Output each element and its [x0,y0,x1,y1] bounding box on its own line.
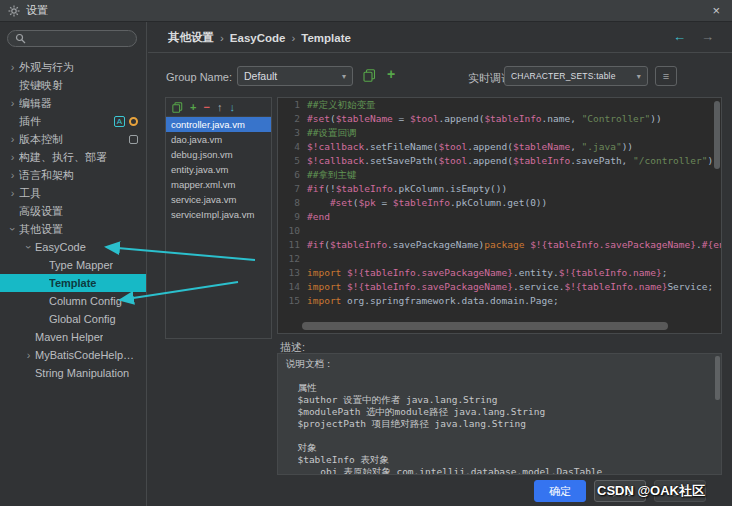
close-icon[interactable]: × [712,3,720,18]
search-icon [15,30,26,48]
code-line[interactable]: 8 #set($pk = $tableInfo.pkColumn.get(0)) [278,196,721,210]
chevron-down-icon: ▾ [342,72,346,81]
editor-vertical-scrollbar[interactable] [714,101,720,169]
code-line[interactable]: 10 [278,224,721,238]
move-down-icon[interactable]: ↓ [229,102,235,113]
description-line: $author 设置中的作者 java.lang.String [286,394,721,406]
code-line[interactable]: 3##设置回调 [278,126,721,140]
debug-console-button[interactable]: ≡ [655,66,677,86]
sidebar-item-column-config[interactable]: Column Config [0,292,146,310]
sidebar-item-other-settings[interactable]: ›其他设置 [0,220,146,238]
copy-template-icon[interactable] [172,102,183,113]
description-scrollbar[interactable] [715,356,720,400]
breadcrumb-part[interactable]: 其他设置 [168,30,214,45]
chevron-right-icon[interactable]: › [6,61,19,73]
line-number: 1 [278,98,307,112]
copy-group-icon[interactable] [363,69,376,82]
group-name-label: Group Name: [166,71,232,83]
move-up-icon[interactable]: ↑ [217,102,223,113]
template-file-item[interactable]: mapper.xml.vm [166,177,271,192]
sidebar-item-languages-frameworks[interactable]: ›语言和架构 [0,166,146,184]
chevron-right-icon[interactable]: › [6,187,19,199]
sidebar-item-plugins[interactable]: 插件A [0,112,146,130]
sidebar-item-global-config[interactable]: Global Config [0,310,146,328]
line-number: 9 [278,210,307,224]
chevron-right-icon[interactable]: › [22,349,35,361]
template-file-item[interactable]: entity.java.vm [166,162,271,177]
search-input[interactable] [7,30,137,47]
code-line[interactable]: 2#set($tableName = $tool.append($tableIn… [278,112,721,126]
add-group-icon[interactable]: + [387,66,395,82]
template-file-item[interactable]: controller.java.vm [166,117,271,132]
sidebar-item-maven-helper[interactable]: Maven Helper [0,328,146,346]
description-line: 属性 [286,382,721,394]
debug-table-select[interactable]: CHARACTER_SETS:table ▾ [504,66,648,86]
editor-horizontal-scrollbar[interactable] [302,322,668,330]
code-line[interactable]: 1##定义初始变量 [278,98,721,112]
code-line[interactable]: 11#if($tableInfo.savePackageName)package… [278,238,721,252]
code-line[interactable]: 9#end [278,210,721,224]
code-text: ##定义初始变量 [307,98,375,112]
sidebar-item-template[interactable]: Template [0,274,146,292]
code-line[interactable]: 7#if(!$tableInfo.pkColumn.isEmpty()) [278,182,721,196]
sidebar-item-tools[interactable]: ›工具 [0,184,146,202]
group-name-select[interactable]: Default ▾ [237,66,353,86]
sidebar-item-label: Type Mapper [49,259,113,271]
line-number: 5 [278,154,307,168]
breadcrumb-part[interactable]: EasyCode [230,32,286,44]
sidebar-item-mybatiscodehelperpro[interactable]: ›MyBatisCodeHelperPro [0,346,146,364]
sidebar-item-advanced-settings[interactable]: 高级设置 [0,202,146,220]
breadcrumb-separator: › [220,32,224,44]
ok-button[interactable]: 确定 [534,480,586,502]
chevron-right-icon[interactable]: › [6,151,19,163]
chevron-down-icon[interactable]: › [7,223,19,236]
chevron-right-icon[interactable]: › [6,97,19,109]
code-line[interactable]: 14import $!{tableInfo.savePackageName}.s… [278,280,721,294]
sidebar-item-appearance-behavior[interactable]: ›外观与行为 [0,58,146,76]
line-number: 8 [278,196,307,210]
code-line[interactable]: 6##拿到主键 [278,168,721,182]
sidebar-item-keymap[interactable]: 按键映射 [0,76,146,94]
sidebar-item-label: 编辑器 [19,96,52,111]
code-line[interactable]: 15import org.springframework.data.domain… [278,294,721,308]
sidebar-item-editor[interactable]: ›编辑器 [0,94,146,112]
sidebar-item-version-control[interactable]: ›版本控制 [0,130,146,148]
chevron-down-icon[interactable]: › [23,241,35,254]
sidebar-item-label: 工具 [19,186,41,201]
sidebar-item-easycode[interactable]: ›EasyCode [0,238,146,256]
breadcrumb-part[interactable]: Template [301,32,351,44]
chevron-right-icon[interactable]: › [6,169,19,181]
description-line: 对象 [286,442,721,454]
template-file-item[interactable]: dao.java.vm [166,132,271,147]
code-line[interactable]: 13import $!{tableInfo.savePackageName}.e… [278,266,721,280]
code-line[interactable]: 5$!callback.setSavePath($tool.append($ta… [278,154,721,168]
sidebar-item-build-execution-deployment[interactable]: ›构建、执行、部署 [0,148,146,166]
breadcrumb-separator: › [291,32,295,44]
sidebar-item-label: 版本控制 [19,132,63,147]
description-line: $tableInfo 表对象 [286,454,721,466]
back-icon[interactable]: ← [673,29,686,44]
settings-dialog: 设置 × ›外观与行为按键映射›编辑器插件A›版本控制›构建、执行、部署›语言和… [0,0,732,506]
description-line [286,430,721,442]
template-file-item[interactable]: service.java.vm [166,192,271,207]
code-line[interactable]: 12 [278,252,721,266]
add-template-icon[interactable]: + [190,102,196,113]
description-line: 说明文档： [286,358,721,370]
line-number: 2 [278,112,307,126]
sidebar-item-label: 语言和架构 [19,168,74,183]
code-line[interactable]: 4$!callback.setFileName($tool.append($ta… [278,140,721,154]
line-number: 6 [278,168,307,182]
sidebar-item-type-mapper[interactable]: Type Mapper [0,256,146,274]
description-line: $projectPath 项目绝对路径 java.lang.String [286,418,721,430]
sidebar-item-label: Maven Helper [35,331,103,343]
remove-template-icon[interactable]: − [203,102,209,113]
code-editor[interactable]: 1##定义初始变量2#set($tableName = $tool.append… [277,97,722,334]
chevron-right-icon[interactable]: › [6,133,19,145]
title-bar: 设置 × [0,0,732,22]
sidebar-item-string-manipulation[interactable]: String Manipulation [0,364,146,382]
template-file-item[interactable]: debug.json.vm [166,147,271,162]
forward-icon[interactable]: → [701,29,714,44]
code-text: #if(!$tableInfo.pkColumn.isEmpty()) [307,182,507,196]
template-file-item[interactable]: serviceImpl.java.vm [166,207,271,222]
settings-tree: ›外观与行为按键映射›编辑器插件A›版本控制›构建、执行、部署›语言和架构›工具… [0,58,146,382]
